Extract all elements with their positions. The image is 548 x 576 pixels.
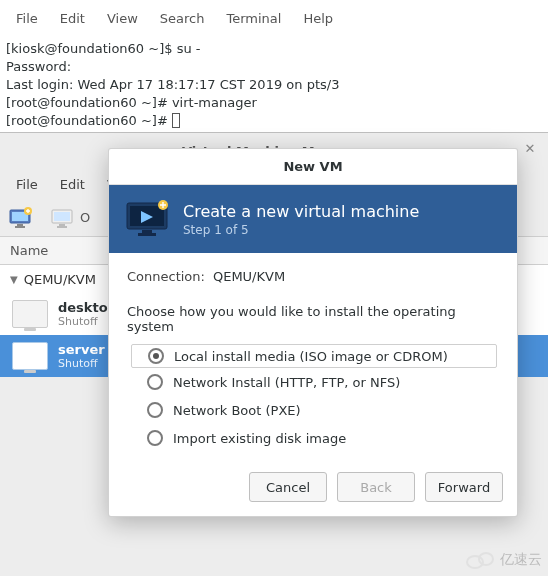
forward-button[interactable]: Forward xyxy=(425,472,503,502)
watermark-text: 亿速云 xyxy=(500,551,542,569)
svg-rect-3 xyxy=(15,226,25,228)
svg-rect-8 xyxy=(57,226,67,228)
svg-rect-7 xyxy=(59,224,65,226)
vmm-menu-edit[interactable]: Edit xyxy=(50,173,95,196)
option-label: Network Install (HTTP, FTP, or NFS) xyxy=(173,375,400,390)
svg-rect-13 xyxy=(138,233,156,236)
radio-icon[interactable] xyxy=(147,402,163,418)
wizard-heading: Create a new virtual machine xyxy=(183,202,419,221)
svg-rect-6 xyxy=(54,212,70,221)
close-icon[interactable]: ✕ xyxy=(520,139,540,159)
watermark: 亿速云 xyxy=(466,550,542,570)
new-vm-wizard: New VM Create a new virtual machine Step… xyxy=(108,148,518,517)
term-line: [root@foundation60 ~]# virt-manager xyxy=(6,95,257,110)
radio-icon[interactable] xyxy=(148,348,164,364)
term-line: Last login: Wed Apr 17 18:17:17 CST 2019… xyxy=(6,77,339,92)
term-line: Password: xyxy=(6,59,71,74)
connection-name: QEMU/KVM xyxy=(24,272,96,287)
svg-rect-12 xyxy=(142,230,152,233)
term-line: [kiosk@foundation60 ~]$ su - xyxy=(6,41,200,56)
term-line: [root@foundation60 ~]# xyxy=(6,113,172,128)
option-label: Import existing disk image xyxy=(173,431,346,446)
menu-search[interactable]: Search xyxy=(150,7,215,30)
connection-value: QEMU/KVM xyxy=(213,269,285,284)
cancel-button[interactable]: Cancel xyxy=(249,472,327,502)
menu-view[interactable]: View xyxy=(97,7,148,30)
back-button: Back xyxy=(337,472,415,502)
menu-help[interactable]: Help xyxy=(293,7,343,30)
option-local-install[interactable]: Local install media (ISO image or CDROM) xyxy=(131,344,497,368)
monitor-icon xyxy=(12,342,48,370)
radio-icon[interactable] xyxy=(147,374,163,390)
option-label: Network Boot (PXE) xyxy=(173,403,301,418)
vm-state: Shutoff xyxy=(58,357,105,370)
connection-field: Connection: QEMU/KVM xyxy=(127,269,499,284)
menu-file[interactable]: File xyxy=(6,7,48,30)
svg-rect-2 xyxy=(17,224,23,226)
choose-label: Choose how you would like to install the… xyxy=(127,304,499,334)
option-network-install[interactable]: Network Install (HTTP, FTP, or NFS) xyxy=(127,368,499,396)
vmm-menu-file[interactable]: File xyxy=(6,173,48,196)
option-import-disk[interactable]: Import existing disk image xyxy=(127,424,499,452)
monitor-icon xyxy=(12,300,48,328)
wizard-title: New VM xyxy=(109,149,517,185)
open-label: O xyxy=(80,210,90,225)
vm-play-icon xyxy=(125,199,169,239)
vm-name: server xyxy=(58,342,105,357)
connection-label: Connection: xyxy=(127,269,205,284)
new-vm-icon[interactable] xyxy=(8,206,32,230)
terminal-menubar: File Edit View Search Terminal Help xyxy=(0,0,548,36)
wizard-footer: Cancel Back Forward xyxy=(109,464,517,516)
radio-icon[interactable] xyxy=(147,430,163,446)
chevron-down-icon: ▼ xyxy=(10,274,18,285)
wizard-step: Step 1 of 5 xyxy=(183,223,419,237)
open-vm-icon[interactable] xyxy=(50,206,74,230)
terminal-output[interactable]: [kiosk@foundation60 ~]$ su - Password: L… xyxy=(0,36,548,140)
menu-terminal[interactable]: Terminal xyxy=(216,7,291,30)
cursor xyxy=(172,113,180,128)
option-label: Local install media (ISO image or CDROM) xyxy=(174,349,448,364)
wizard-banner: Create a new virtual machine Step 1 of 5 xyxy=(109,185,517,253)
menu-edit[interactable]: Edit xyxy=(50,7,95,30)
option-network-boot[interactable]: Network Boot (PXE) xyxy=(127,396,499,424)
